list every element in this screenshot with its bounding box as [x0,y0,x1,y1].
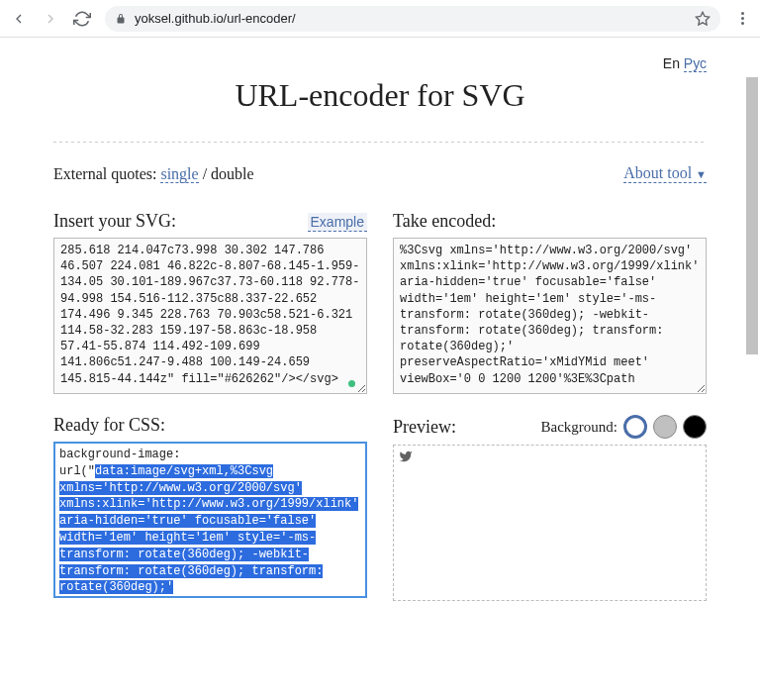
forward-button[interactable] [42,10,59,28]
twitter-bird-icon [398,450,414,463]
quotes-option: External quotes: single / double [53,165,254,183]
language-switch: En Рус [53,55,707,71]
page-scrollbar[interactable] [746,77,758,473]
svg-marker-0 [696,12,709,25]
url-bar[interactable]: yoksel.github.io/url-encoder/ [105,6,720,32]
browser-menu-button[interactable] [734,12,750,25]
bg-swatch-white[interactable] [623,415,647,439]
bookmark-star-icon[interactable] [695,11,711,27]
ready-css-label: Ready for CSS: [53,415,165,436]
encoded-output[interactable] [393,238,707,394]
divider [53,142,707,143]
preview-box [393,445,707,601]
grammarly-icon [348,380,355,387]
svg-input[interactable] [53,238,367,394]
reload-button[interactable] [73,10,91,28]
page-title: URL-encoder for SVG [53,77,707,114]
lang-ru[interactable]: Рус [684,55,707,72]
lang-en[interactable]: En [663,55,680,71]
lock-icon [115,13,127,25]
bg-swatch-black[interactable] [683,415,707,439]
preview-label: Preview: [393,417,456,438]
about-tool-link[interactable]: About tool ▼ [623,164,707,183]
quotes-single[interactable]: single [160,165,198,183]
quotes-double[interactable]: double [211,165,254,182]
css-output[interactable]: background-image: url("data:image/svg+xm… [53,442,367,598]
url-text: yoksel.github.io/url-encoder/ [135,11,296,26]
bg-swatch-silver[interactable] [653,415,677,439]
example-link[interactable]: Example [308,213,367,232]
insert-svg-label: Insert your SVG: [53,211,176,232]
take-encoded-label: Take encoded: [393,211,496,232]
back-button[interactable] [10,10,28,28]
